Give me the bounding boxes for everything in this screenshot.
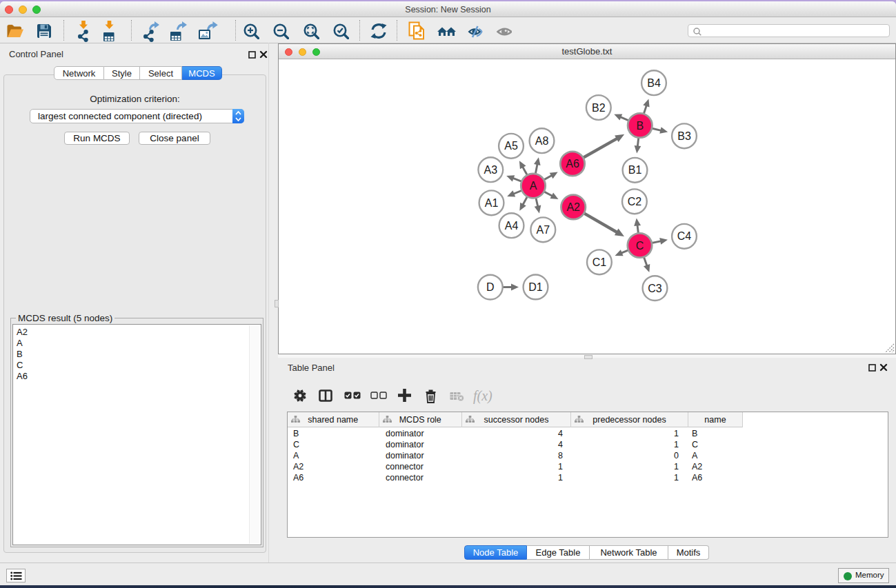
svg-text:B2: B2	[592, 102, 606, 114]
svg-text:B3: B3	[677, 130, 691, 142]
svg-text:D1: D1	[528, 281, 543, 293]
svg-text:A8: A8	[535, 135, 549, 147]
svg-text:A5: A5	[504, 140, 518, 152]
svg-text:A2: A2	[566, 201, 580, 213]
svg-text:A7: A7	[537, 224, 550, 236]
svg-text:B1: B1	[628, 164, 642, 176]
svg-text:C1: C1	[593, 256, 607, 268]
svg-text:C3: C3	[648, 283, 662, 294]
svg-text:B: B	[636, 120, 644, 132]
svg-text:C4: C4	[677, 230, 692, 242]
svg-text:A6: A6	[566, 158, 579, 170]
svg-text:D: D	[486, 281, 495, 293]
svg-text:C: C	[636, 240, 644, 252]
svg-text:B4: B4	[647, 77, 661, 89]
svg-text:A3: A3	[484, 164, 498, 176]
svg-text:C2: C2	[628, 196, 642, 207]
svg-text:A4: A4	[505, 220, 519, 232]
svg-text:A1: A1	[485, 197, 499, 209]
svg-text:A: A	[530, 180, 537, 192]
